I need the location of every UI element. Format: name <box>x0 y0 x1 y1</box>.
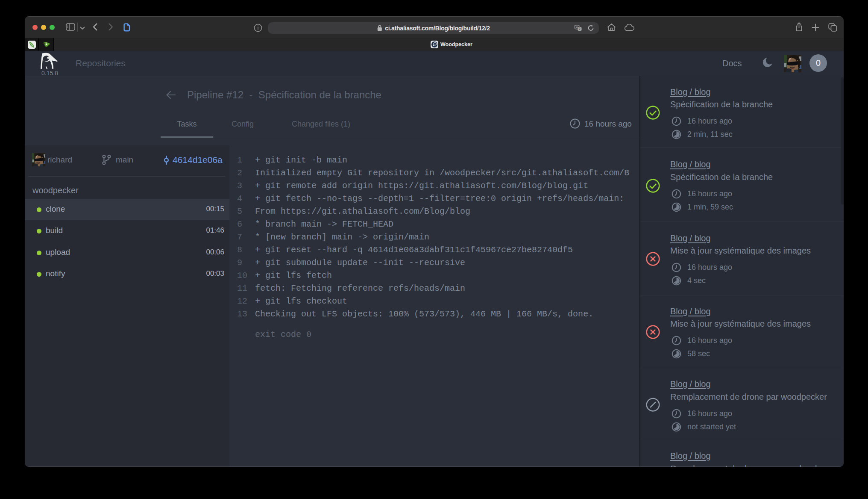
svg-text:文: 文 <box>578 27 581 30</box>
